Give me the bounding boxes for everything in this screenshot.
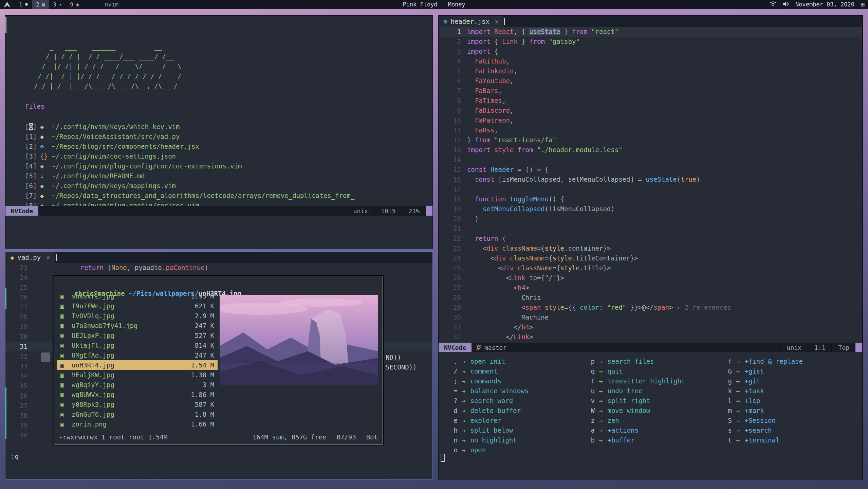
code-line[interactable]: 2import { Link } from "gatsby" [439, 37, 862, 47]
recent-file-item[interactable]: [4]◆~/.config/nvim/plug-config/coc/coc-e… [25, 161, 354, 171]
code-line[interactable]: 1import React, { useState } from "react" [439, 27, 862, 37]
whichkey-binding[interactable]: S→+Session [723, 416, 803, 425]
code-line[interactable]: 14 [439, 155, 862, 165]
whichkey-binding[interactable]: f→+find & replace [723, 357, 803, 366]
whichkey-binding[interactable]: W→move window [586, 406, 685, 416]
tab-header-jsx[interactable]: ⊛ header.jsx × [439, 16, 503, 27]
whichkey-binding[interactable]: o→open [449, 445, 529, 455]
scrollbar-thumb[interactable] [5, 17, 6, 33]
recent-file-item[interactable]: [2]⊛~/Repos/blog/src/components/header.j… [25, 142, 354, 151]
recent-file-item[interactable]: [1]◆~/Repos/VoiceAssistant/src/vad.py [25, 132, 354, 142]
whichkey-binding[interactable]: g→+git [723, 376, 803, 386]
whichkey-binding[interactable]: v→split right [586, 396, 685, 406]
file-row[interactable]: ▣uoH3RT4.jpg1.54 M [57, 360, 218, 370]
workspace-button-2[interactable]: 2▤ [32, 0, 49, 9]
file-row[interactable]: ▣y08Rpk3.jpg587 K [57, 400, 218, 410]
whichkey-binding[interactable]: b→+buffer [586, 435, 685, 445]
recent-file-item[interactable]: [3]{}~/.config/nvim/coc-settings.json [25, 151, 354, 161]
whichkey-binding[interactable]: p→search files [586, 357, 685, 366]
code-line[interactable]: 26 <Link to={"/"}> [439, 273, 862, 283]
file-row[interactable]: ▣zorin.png1.66 M [57, 419, 218, 429]
whichkey-binding[interactable]: h→split below [449, 425, 529, 435]
code-line[interactable]: 23 return (None, pyaudio.paContinue) [5, 263, 432, 273]
file-row[interactable]: ▣u7o3nwab7fy41.jpg247 K [57, 321, 218, 331]
code-line[interactable]: 23 <div className={style.container}> [439, 243, 862, 253]
code-line[interactable]: 27 <h4> [439, 283, 862, 293]
code-line[interactable]: 24 <div className={style.titleContainer}… [439, 253, 862, 263]
code-token: to [525, 274, 537, 282]
whichkey-binding[interactable]: ;→commands [449, 376, 529, 386]
code-line[interactable]: 4 FaGithub, [439, 56, 862, 66]
code-line[interactable]: 12} from "react-icons/fa" [439, 135, 862, 145]
code-line[interactable]: 6 FaYoutube, [439, 76, 862, 86]
close-icon[interactable]: × [46, 254, 50, 261]
file-row[interactable]: ▣wgBqiyY.jpg3 M [57, 380, 218, 390]
close-icon[interactable]: × [495, 18, 499, 25]
tab-vad-py[interactable]: ◆ vad.py × [5, 252, 55, 263]
whichkey-binding[interactable]: ?→search word [449, 396, 529, 406]
file-row[interactable]: ▣UMgEfAo.jpg247 K [57, 350, 218, 360]
whichkey-binding[interactable]: t→+terminal [723, 435, 803, 445]
whichkey-binding[interactable]: .→open init [449, 357, 529, 366]
line-number: 12 [439, 135, 461, 145]
code-line[interactable]: 25 <div className={style.title}> [439, 263, 862, 273]
whichkey-binding[interactable]: =→balance windows [449, 386, 529, 396]
code-line[interactable]: 5 FaLinkedin, [439, 66, 862, 76]
code-line[interactable]: 16 const [isMenuCollapsed, setMenuCollap… [439, 175, 862, 184]
whichkey-binding[interactable]: k→+task [723, 386, 803, 396]
file-row[interactable]: ▣UEJLpxP.jpg527 K [57, 331, 218, 341]
file-row[interactable]: ▣shKsVrL.jpg1.95 M [57, 291, 218, 301]
code-line[interactable]: 21 [439, 224, 862, 234]
whichkey-binding[interactable]: m→+mark [723, 406, 803, 416]
recent-file-item[interactable]: [0]◆~/.config/nvim/keys/which-key.vim [25, 122, 354, 132]
code-line[interactable]: 18 function toggleMenu() { [439, 194, 862, 204]
whichkey-binding[interactable]: n→no highlight [449, 435, 529, 445]
code-line[interactable]: 11 FaRss, [439, 125, 862, 135]
whichkey-binding[interactable]: l→+lsp [723, 396, 803, 406]
code-line[interactable]: 20 } [439, 214, 862, 224]
code-line[interactable]: 9 FaDiscord, [439, 106, 862, 115]
code-line[interactable]: 17 [439, 184, 862, 194]
recent-file-item[interactable]: [6]◆~/.config/nvim/keys/mappings.vim [25, 181, 354, 191]
code-line[interactable]: 22 return ( [439, 234, 862, 243]
code-line[interactable]: 7 FaBars, [439, 86, 862, 96]
whichkey-binding[interactable]: /→comment [449, 366, 529, 376]
recent-file-item[interactable]: [7]◆~/Repos/data_structures_and_algorith… [25, 191, 354, 201]
code-line[interactable]: 32 </Link> [439, 332, 862, 342]
whichkey-binding[interactable]: G→+gist [723, 366, 803, 376]
whichkey-binding[interactable]: q→quit [586, 366, 685, 376]
whichkey-binding[interactable]: e→explorer [449, 416, 529, 425]
file-row[interactable]: ▣T9o7FWe.jpg621 K [57, 301, 218, 311]
workspace-button-1[interactable]: 1☻ [15, 0, 32, 9]
whichkey-binding[interactable]: d→delete buffer [449, 406, 529, 416]
file-row[interactable]: ▣VEaljKW.jpg1.38 M [57, 370, 218, 380]
code-line[interactable]: 31 </h4> [439, 322, 862, 332]
whichkey-binding[interactable]: s→+search [723, 425, 803, 435]
workspace-button-3[interactable]: 3▾ [49, 0, 66, 9]
recent-file-item[interactable]: [5]↓~/.config/nvim/README.md [25, 171, 354, 181]
code-line[interactable]: 8 FaTimes, [439, 96, 862, 106]
volume-icon[interactable] [782, 1, 789, 8]
code-line[interactable]: 29 <span style={{ color: "red" }}>@</spa… [439, 303, 862, 312]
file-row[interactable]: ▣TvOVDlq.jpg2.9 M [57, 311, 218, 321]
whichkey-binding[interactable]: a→+actions [586, 425, 685, 435]
whichkey-binding[interactable]: T→treesitter highlight [586, 376, 685, 386]
whichkey-binding[interactable]: u→undo tree [586, 386, 685, 396]
workspace-button-9[interactable]: 9◉ [66, 0, 83, 9]
file-row[interactable]: ▣zGnGuT6.jpg1.8 M [57, 410, 218, 419]
whichkey-binding[interactable]: z→zen [586, 416, 685, 425]
code-line[interactable]: 3import { [439, 47, 862, 56]
file-row[interactable]: ▣wqBUWVx.jpg1.86 M [57, 390, 218, 400]
code-line[interactable]: 10 FaPatreon, [439, 115, 862, 125]
layout-mode-icon[interactable]: ⊞ [861, 0, 865, 8]
code-line[interactable]: 19 setMenuCollapsed(!isMenuCollapsed) [439, 204, 862, 214]
code-line[interactable]: 15const Header = () ⇒ { [439, 165, 862, 175]
command-line[interactable]: :q [11, 452, 19, 461]
code-line[interactable]: 30 Machine [439, 312, 862, 322]
code-line[interactable]: 13import style from "./header.module.les… [439, 145, 862, 155]
wifi-icon[interactable] [770, 1, 776, 8]
file-row[interactable]: ▣UktajFl.jpg814 K [57, 341, 218, 350]
code-line[interactable]: 28 Chris [439, 293, 862, 303]
arrow-icon: → [595, 366, 607, 376]
key: o [449, 445, 458, 455]
